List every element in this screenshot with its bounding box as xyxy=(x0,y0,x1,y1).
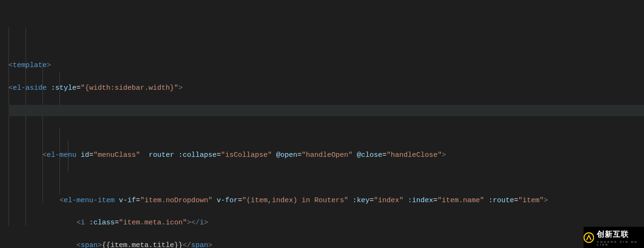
code-line-active xyxy=(8,105,644,116)
code-line xyxy=(8,128,644,139)
code-content: <template> <el-aside :style="{width:side… xyxy=(8,49,644,248)
code-line: <template> xyxy=(8,60,644,71)
code-line: <i :class="item.meta.icon"></i> xyxy=(8,217,644,229)
code-editor[interactable]: <template> <el-aside :style="{width:side… xyxy=(0,0,644,248)
code-line xyxy=(8,172,644,184)
code-line: <el-menu-item v-if="item.noDropdown" v-f… xyxy=(8,195,644,206)
code-line: <el-menu id="menuClass" router :collapse… xyxy=(8,150,644,161)
code-line: <el-aside :style="{width:sidebar.width}"… xyxy=(8,83,644,94)
code-line: <span>{{item.meta.title}}</span> xyxy=(8,240,644,248)
